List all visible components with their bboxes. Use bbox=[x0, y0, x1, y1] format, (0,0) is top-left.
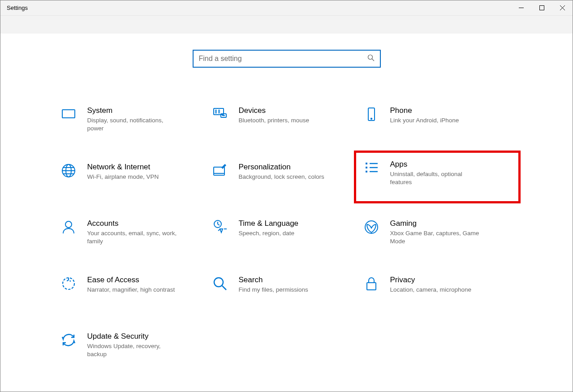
update-icon bbox=[60, 331, 78, 349]
globe-icon bbox=[60, 162, 78, 180]
svg-point-1 bbox=[368, 55, 372, 60]
maximize-icon bbox=[539, 5, 544, 10]
category-desc: Xbox Game Bar, captures, Game Mode bbox=[390, 229, 480, 246]
personalization-icon bbox=[211, 162, 229, 180]
privacy-icon bbox=[362, 275, 380, 293]
search-category-icon bbox=[211, 275, 229, 293]
category-desc: Location, camera, microphone bbox=[390, 286, 480, 294]
apps-icon bbox=[362, 159, 380, 177]
category-network[interactable]: Network & Internet Wi-Fi, airplane mode,… bbox=[60, 159, 211, 195]
category-desc: Windows Update, recovery, backup bbox=[87, 342, 177, 358]
category-desc: Narrator, magnifier, high contrast bbox=[87, 286, 177, 294]
category-personalization[interactable]: Personalization Background, lock screen,… bbox=[211, 159, 362, 195]
category-ease-of-access[interactable]: Ease of Access Narrator, magnifier, high… bbox=[60, 272, 211, 308]
svg-point-17 bbox=[214, 278, 223, 287]
svg-rect-11 bbox=[366, 167, 367, 168]
svg-point-6 bbox=[371, 118, 371, 119]
category-desc: Speech, region, date bbox=[239, 229, 328, 237]
category-privacy[interactable]: Privacy Location, camera, microphone bbox=[362, 272, 514, 308]
category-desc: Link your Android, iPhone bbox=[390, 116, 480, 125]
category-title: Apps bbox=[390, 160, 514, 169]
svg-rect-2 bbox=[62, 110, 75, 118]
minimize-button[interactable] bbox=[511, 0, 531, 15]
window-controls bbox=[511, 0, 573, 15]
close-icon bbox=[560, 5, 565, 10]
category-desc: Display, sound, notifications, power bbox=[87, 116, 177, 133]
category-time[interactable]: Time & Language Speech, region, date bbox=[211, 215, 362, 251]
gaming-icon bbox=[362, 218, 380, 236]
system-icon bbox=[60, 105, 78, 123]
category-title: Personalization bbox=[239, 163, 358, 172]
search-box[interactable] bbox=[193, 50, 381, 68]
category-desc: Bluetooth, printers, mouse bbox=[239, 116, 328, 125]
ease-of-access-icon bbox=[60, 275, 78, 293]
devices-icon bbox=[211, 105, 229, 123]
category-title: Accounts bbox=[87, 219, 207, 228]
category-title: Network & Internet bbox=[87, 163, 207, 172]
categories-grid: System Display, sound, notifications, po… bbox=[60, 103, 514, 364]
category-title: Update & Security bbox=[87, 332, 207, 341]
svg-rect-10 bbox=[366, 163, 367, 164]
category-title: Privacy bbox=[390, 276, 509, 284]
category-title: System bbox=[87, 106, 207, 115]
category-desc: Wi-Fi, airplane mode, VPN bbox=[87, 173, 177, 181]
category-system[interactable]: System Display, sound, notifications, po… bbox=[60, 103, 211, 138]
close-button[interactable] bbox=[552, 0, 573, 15]
category-desc: Find my files, permissions bbox=[239, 286, 328, 294]
category-desc: Uninstall, defaults, optional features bbox=[390, 170, 480, 186]
category-title: Ease of Access bbox=[87, 276, 207, 284]
window-title: Settings bbox=[7, 4, 28, 11]
svg-point-13 bbox=[65, 221, 72, 228]
category-title: Time & Language bbox=[239, 219, 358, 228]
header-spacer bbox=[0, 16, 573, 34]
search-input[interactable] bbox=[199, 55, 367, 63]
category-devices[interactable]: Devices Bluetooth, printers, mouse bbox=[211, 103, 362, 138]
category-phone[interactable]: Phone Link your Android, iPhone bbox=[362, 103, 514, 138]
category-title: Search bbox=[239, 276, 358, 284]
svg-rect-12 bbox=[366, 171, 367, 172]
minimize-icon bbox=[519, 5, 524, 10]
search-icon bbox=[367, 54, 375, 63]
maximize-button[interactable] bbox=[531, 0, 552, 15]
phone-icon bbox=[362, 105, 380, 123]
category-title: Devices bbox=[239, 106, 358, 115]
time-language-icon bbox=[211, 218, 229, 236]
titlebar: Settings bbox=[0, 0, 573, 16]
category-apps[interactable]: Apps Uninstall, defaults, optional featu… bbox=[354, 151, 521, 203]
svg-rect-18 bbox=[367, 283, 376, 290]
content-area: System Display, sound, notifications, po… bbox=[0, 34, 573, 364]
category-title: Phone bbox=[390, 106, 509, 115]
accounts-icon bbox=[60, 218, 78, 236]
svg-rect-0 bbox=[539, 6, 544, 10]
category-accounts[interactable]: Accounts Your accounts, email, sync, wor… bbox=[60, 215, 211, 251]
category-update[interactable]: Update & Security Windows Update, recove… bbox=[60, 328, 211, 364]
category-gaming[interactable]: Gaming Xbox Game Bar, captures, Game Mod… bbox=[362, 215, 514, 251]
category-title: Gaming bbox=[390, 219, 509, 228]
category-search[interactable]: Search Find my files, permissions bbox=[211, 272, 362, 308]
category-desc: Background, lock screen, colors bbox=[239, 173, 328, 181]
category-desc: Your accounts, email, sync, work, family bbox=[87, 229, 177, 246]
